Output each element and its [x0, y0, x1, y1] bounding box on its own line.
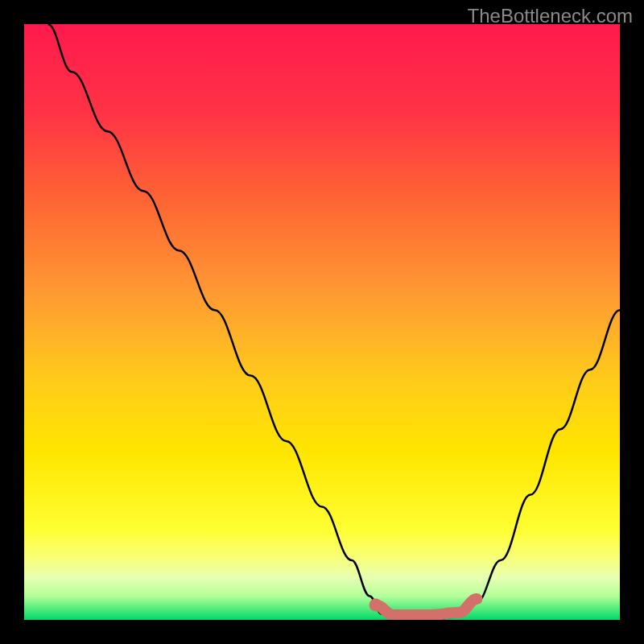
gradient-background: [24, 24, 620, 620]
marker-group: [369, 599, 382, 612]
chart-svg: [24, 24, 620, 620]
watermark-text: TheBottleneck.com: [468, 5, 633, 27]
optimal-point: [369, 599, 382, 612]
chart-container: TheBottleneck.com: [0, 0, 644, 644]
plot-area: [24, 24, 620, 620]
